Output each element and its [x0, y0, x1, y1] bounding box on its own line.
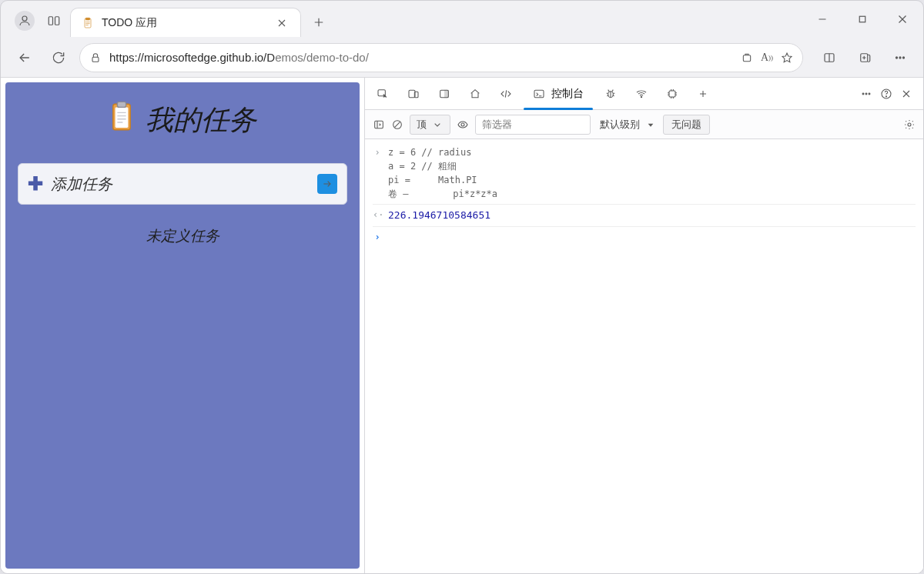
svg-point-26 [899, 56, 901, 58]
dropdown-caret-icon [644, 118, 657, 131]
console-result: 226.1946710584651 [388, 208, 490, 223]
collections-icon [858, 51, 872, 65]
input-marker-icon: › [373, 145, 382, 159]
devtools-more-menu-button[interactable] [860, 88, 872, 100]
console-output[interactable]: › z = 6 // radius a = 2 // 粗细 pi = Math.… [365, 139, 923, 573]
refresh-icon [51, 50, 66, 65]
svg-rect-13 [859, 16, 865, 22]
window-controls [805, 1, 920, 38]
refresh-button[interactable] [45, 45, 72, 71]
prompt-marker-icon: › [373, 230, 382, 244]
console-input-entry: › z = 6 // radius a = 2 // 粗细 pi = Math.… [373, 144, 916, 202]
tab-close-button[interactable] [274, 15, 290, 31]
console-filter-input[interactable]: 筛选器 [475, 115, 591, 135]
content-area: 我的任务 ✚ 添加任务 未定义任务 [1, 78, 923, 573]
toggle-sidebar-button[interactable] [373, 118, 385, 131]
split-screen-button[interactable] [817, 45, 842, 71]
issues-label: 无问题 [671, 118, 701, 132]
devtools-help-button[interactable] [880, 88, 892, 100]
svg-line-72 [395, 122, 400, 127]
browser-tab[interactable]: TODO 应用 [70, 8, 301, 37]
clipboard-icon [109, 101, 135, 140]
omnibox[interactable]: https://microsoftedge.github.io/Demos/de… [79, 43, 803, 72]
tab-title: TODO 应用 [102, 16, 157, 30]
live-expression-button[interactable] [457, 118, 469, 131]
dock-side-button[interactable] [430, 78, 459, 109]
console-code: z = 6 // radius a = 2 // 粗细 pi = Math.PI… [388, 145, 497, 201]
output-marker-icon: ‹· [373, 208, 382, 222]
address-bar: https://microsoftedge.github.io/Demos/de… [1, 38, 923, 78]
devtools-welcome-tab[interactable] [460, 78, 490, 109]
window-maximize-button[interactable] [845, 4, 880, 35]
devtools-memory-tab[interactable] [658, 78, 687, 109]
new-tab-button[interactable] [306, 9, 332, 35]
add-task-input[interactable]: ✚ 添加任务 [18, 163, 347, 205]
svg-marker-19 [782, 53, 792, 62]
favorite-star-icon[interactable] [781, 52, 793, 64]
ellipsis-icon [893, 51, 907, 65]
plus-icon [697, 88, 709, 100]
devtools-elements-tab[interactable] [491, 78, 521, 109]
issues-button[interactable]: 无问题 [663, 115, 710, 135]
browser-window: TODO 应用 [0, 0, 924, 574]
plus-icon [312, 15, 326, 29]
svg-point-73 [461, 123, 464, 126]
arrow-right-icon [321, 178, 333, 190]
omnibox-url: https://microsoftedge.github.io/Demos/de… [109, 51, 369, 64]
window-close-button[interactable] [885, 4, 920, 35]
read-aloud-icon[interactable]: A)) [761, 52, 773, 64]
svg-rect-30 [117, 102, 126, 107]
plus-icon: ✚ [28, 173, 43, 195]
log-level-label: 默认级别 [600, 118, 640, 132]
svg-point-64 [869, 93, 870, 95]
workspaces-icon[interactable] [47, 14, 61, 28]
empty-state-text: 未定义任务 [146, 226, 219, 246]
site-info-lock-icon[interactable] [89, 52, 102, 64]
app-title: 我的任务 [146, 102, 256, 139]
devtools-console-tab[interactable]: 控制台 [522, 78, 594, 109]
console-output-entry: ‹· 226.1946710584651 [373, 206, 916, 225]
svg-marker-74 [648, 123, 654, 126]
app-available-icon[interactable] [741, 52, 753, 64]
bug-icon [604, 88, 617, 100]
device-toolbar-button[interactable] [399, 78, 428, 109]
app-heading: 我的任务 [109, 101, 256, 140]
inspect-element-button[interactable] [368, 78, 397, 109]
collections-button[interactable] [852, 45, 877, 71]
devtools-close-button[interactable] [900, 88, 912, 100]
toolbar-right [817, 45, 912, 71]
svg-point-50 [641, 96, 641, 97]
chip-icon [666, 88, 678, 100]
devtools-console-tab-label: 控制台 [551, 87, 584, 101]
svg-rect-37 [409, 90, 415, 97]
submit-task-button[interactable] [317, 174, 337, 194]
console-settings-button[interactable] [903, 118, 916, 131]
console-icon [533, 88, 545, 100]
devtools-sources-tab[interactable] [596, 78, 625, 109]
devtools-panel: 控制台 [364, 78, 923, 573]
split-screen-icon [822, 51, 836, 65]
minimize-icon [815, 12, 829, 26]
log-level-selector[interactable]: 默认级别 [600, 118, 657, 132]
todo-app: 我的任务 ✚ 添加任务 未定义任务 [2, 79, 363, 572]
svg-point-75 [908, 123, 911, 126]
svg-point-25 [896, 56, 897, 58]
clear-console-button[interactable] [391, 118, 403, 131]
titlebar: TODO 应用 [1, 1, 923, 38]
svg-rect-40 [445, 90, 449, 97]
context-selector[interactable]: 顶 [410, 115, 450, 135]
svg-rect-18 [743, 55, 750, 61]
console-toolbar: 顶 筛选器 默认级别 无问题 [365, 110, 923, 139]
console-prompt[interactable]: › [373, 229, 916, 247]
svg-rect-1 [49, 17, 52, 25]
back-button[interactable] [12, 45, 38, 71]
device-icon [407, 88, 420, 100]
tab-favicon-icon [82, 17, 94, 29]
profile-avatar[interactable] [15, 11, 35, 31]
more-menu-button[interactable] [888, 45, 912, 71]
devtools-network-tab[interactable] [627, 78, 656, 109]
console-filter-placeholder: 筛选器 [482, 118, 512, 132]
svg-point-0 [22, 16, 27, 21]
devtools-more-tabs-button[interactable] [688, 78, 718, 109]
window-minimize-button[interactable] [805, 4, 840, 35]
